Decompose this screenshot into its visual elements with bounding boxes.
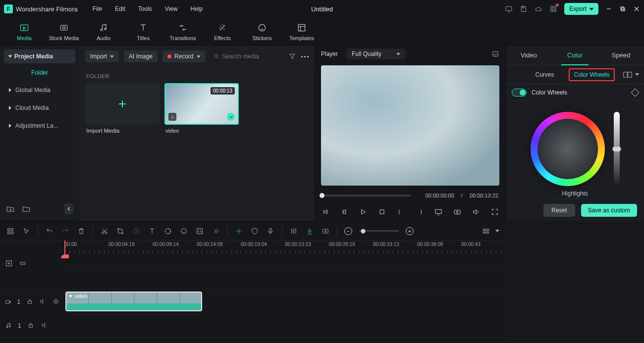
audio-track[interactable]	[64, 314, 505, 338]
ai-image-button[interactable]: AI Image	[124, 50, 158, 62]
filter-icon[interactable]	[288, 52, 296, 60]
tab-effects[interactable]: Effects	[204, 20, 241, 43]
step-back-icon[interactable]	[340, 207, 349, 216]
tl-marker-icon[interactable]	[321, 227, 330, 236]
highlights-luma-slider[interactable]	[614, 112, 620, 186]
tab-media[interactable]: Media	[6, 20, 43, 43]
undo-icon[interactable]	[45, 227, 54, 236]
tl-magnet-icon[interactable]	[305, 227, 314, 236]
tl-mixer-icon[interactable]	[289, 227, 298, 236]
menu-edit[interactable]: Edit	[115, 5, 125, 12]
compare-icon[interactable]	[623, 71, 632, 78]
scrub-handle[interactable]	[320, 193, 324, 198]
track-lock-icon[interactable]	[27, 322, 35, 330]
new-bin-icon[interactable]	[22, 204, 31, 213]
color-wheels-toggle[interactable]	[512, 89, 527, 97]
minimize-button[interactable]	[605, 5, 612, 12]
more-tools-icon[interactable]	[211, 227, 220, 236]
mark-in-icon[interactable]	[396, 207, 405, 216]
video-canvas[interactable]	[321, 65, 499, 186]
menu-file[interactable]: File	[93, 5, 102, 12]
save-custom-button[interactable]: Save as custom	[581, 204, 637, 217]
quality-select[interactable]: Full Quality	[347, 49, 405, 59]
prop-tab-speed[interactable]: Speed	[598, 46, 644, 65]
fullscreen-icon[interactable]	[490, 207, 499, 216]
tl-grid-icon[interactable]	[6, 227, 15, 236]
smile-icon[interactable]	[179, 227, 188, 236]
track-lock-icon[interactable]	[26, 298, 33, 306]
redo-icon[interactable]	[61, 227, 70, 236]
new-folder-icon[interactable]	[6, 204, 15, 213]
more-icon[interactable]	[301, 56, 309, 57]
tl-mic-icon[interactable]	[266, 227, 275, 236]
prop-tab-video[interactable]: Video	[506, 46, 552, 65]
adjust-icon[interactable]	[195, 227, 204, 236]
track-visible-icon[interactable]	[53, 298, 59, 306]
highlights-wheel[interactable]	[531, 112, 605, 186]
save-icon[interactable]	[520, 5, 528, 13]
subtab-color-wheels[interactable]: Color Wheels	[569, 68, 614, 81]
media-clip-card[interactable]: 00:00:13 video	[164, 83, 239, 134]
menu-view[interactable]: View	[165, 5, 178, 12]
prop-tab-color[interactable]: Color	[552, 46, 598, 65]
maximize-button[interactable]	[619, 5, 626, 12]
track-link-icon[interactable]	[19, 259, 27, 267]
sidebar-item-adjustment-layer[interactable]: Adjustment La...	[4, 118, 75, 134]
crop-icon[interactable]	[116, 227, 125, 236]
keyframe-icon[interactable]	[631, 88, 640, 97]
mark-out-icon[interactable]	[415, 207, 424, 216]
compare-chevron-icon[interactable]	[635, 73, 639, 76]
playhead[interactable]	[64, 241, 65, 258]
tab-titles[interactable]: Titles	[125, 20, 161, 43]
stop-icon[interactable]	[377, 207, 386, 216]
tl-pointer-icon[interactable]	[22, 227, 31, 236]
delete-icon[interactable]	[77, 227, 86, 236]
color-icon[interactable]	[163, 227, 172, 236]
collapse-sidebar-button[interactable]	[64, 203, 73, 214]
track-add-icon[interactable]	[5, 259, 13, 267]
project-media-chip[interactable]: Project Media	[4, 49, 75, 63]
zoom-out-button[interactable]: −	[344, 227, 352, 235]
tab-stock-media[interactable]: Stock Media	[46, 20, 82, 43]
record-button[interactable]: Record	[162, 50, 206, 62]
prev-frame-icon[interactable]	[321, 207, 330, 216]
track-mute-icon[interactable]	[41, 322, 49, 330]
tl-mark-icon[interactable]	[234, 227, 243, 236]
tl-view-chevron-icon[interactable]	[495, 230, 499, 232]
timeline-ruler[interactable]: 00:0000:00:04:1900:00:09:1400:00:14:0900…	[0, 241, 505, 258]
sidebar-item-cloud-media[interactable]: Cloud Media	[4, 100, 75, 116]
menu-tools[interactable]: Tools	[138, 5, 152, 12]
menu-help[interactable]: Help	[191, 5, 203, 12]
zoom-in-button[interactable]: +	[406, 227, 414, 235]
device-icon[interactable]	[505, 5, 513, 13]
video-track[interactable]: video	[64, 290, 505, 314]
play-icon[interactable]	[359, 207, 368, 216]
subtab-curves[interactable]: Curves	[535, 71, 554, 78]
track-mute-icon[interactable]	[39, 298, 46, 306]
close-button[interactable]	[633, 5, 640, 12]
export-button[interactable]: Export	[564, 3, 598, 15]
tab-templates[interactable]: Templates	[283, 20, 320, 43]
volume-icon[interactable]	[472, 207, 481, 216]
reset-button[interactable]: Reset	[543, 204, 575, 217]
tl-view-icon[interactable]	[482, 227, 490, 236]
tl-shield-icon[interactable]	[250, 227, 259, 236]
text-icon[interactable]	[148, 227, 157, 236]
sidebar-item-global-media[interactable]: Global Media	[4, 82, 75, 98]
tab-transitions[interactable]: Transitions	[164, 20, 201, 43]
timeline-clip[interactable]: video	[65, 292, 202, 311]
import-media-card[interactable]: + Import Media	[85, 83, 160, 134]
search-input[interactable]	[222, 53, 280, 60]
scrub-bar[interactable]	[322, 195, 411, 196]
import-button[interactable]: Import	[85, 50, 119, 62]
display-icon[interactable]	[434, 207, 443, 216]
tab-audio[interactable]: Audio	[85, 20, 122, 43]
search-field[interactable]	[211, 51, 283, 62]
apps-icon[interactable]	[549, 5, 557, 13]
cut-icon[interactable]	[100, 227, 109, 236]
tab-stickers[interactable]: Stickers	[244, 20, 280, 43]
download-icon[interactable]	[168, 113, 176, 121]
snapshot-icon[interactable]	[453, 207, 462, 216]
zoom-slider[interactable]	[359, 230, 399, 232]
folder-label[interactable]: Folder	[4, 65, 75, 80]
